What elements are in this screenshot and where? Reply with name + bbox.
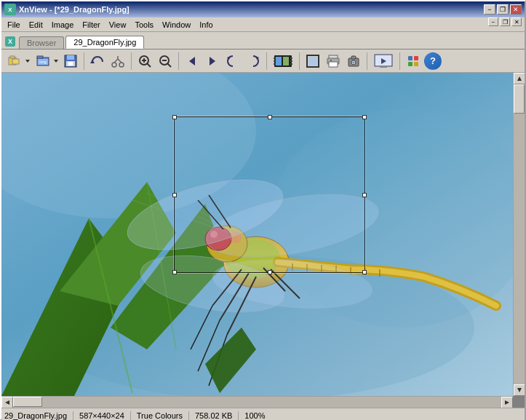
minimize-button[interactable]: − (484, 4, 495, 15)
save-button[interactable] (61, 52, 80, 71)
browse-dropdown[interactable] (52, 52, 60, 71)
svg-line-28 (167, 63, 171, 67)
scrollbar-up-button[interactable] (514, 73, 525, 84)
svg-line-24 (147, 63, 151, 67)
svg-rect-5 (10, 56, 15, 58)
svg-rect-60 (414, 62, 418, 66)
tab-image[interactable]: 29_DragonFly.jpg (65, 36, 144, 49)
scrollbar-thumb-v[interactable] (514, 84, 525, 114)
svg-rect-39 (274, 63, 276, 65)
capture-button[interactable] (344, 52, 363, 71)
scrollbar-vertical[interactable] (513, 73, 525, 396)
xnview-logo: X (4, 36, 16, 47)
open-button[interactable] (5, 52, 24, 71)
svg-rect-41 (290, 60, 292, 62)
zoom-out-button[interactable] (156, 52, 175, 71)
status-color-mode: True Colours (137, 411, 189, 420)
svg-marker-31 (210, 57, 215, 66)
scrollbar-track-v[interactable] (514, 84, 525, 384)
svg-rect-52 (351, 56, 356, 59)
separator-1 (84, 52, 84, 70)
menu-window[interactable]: Window (158, 19, 195, 31)
outer-close-button[interactable]: ✕ (511, 17, 522, 26)
scrollbar-track-h[interactable] (13, 397, 501, 408)
menu-edit[interactable]: Edit (25, 19, 47, 31)
browse-button[interactable]: img (33, 52, 52, 71)
svg-rect-58 (414, 56, 418, 60)
svg-rect-37 (274, 58, 276, 59)
svg-rect-44 (308, 57, 317, 66)
app-icon: X (4, 4, 16, 15)
svg-marker-30 (189, 57, 195, 66)
svg-rect-38 (274, 60, 276, 62)
scrollbar-down-button[interactable] (514, 384, 525, 396)
image-canvas[interactable] (1, 73, 513, 396)
tab-bar: X Browser 29_DragonFly.jpg (1, 32, 525, 49)
separator-6 (367, 52, 367, 70)
cut-button[interactable] (108, 52, 127, 71)
undo-button[interactable] (88, 52, 107, 71)
menu-tools[interactable]: Tools (130, 19, 158, 31)
menu-view[interactable]: View (105, 19, 131, 31)
zoom-in-button[interactable] (135, 52, 154, 71)
scrollbar-thumb-h[interactable] (13, 397, 42, 407)
svg-rect-55 (380, 66, 387, 68)
main-area (1, 73, 525, 408)
status-dimensions: 587×440×24 (79, 411, 131, 420)
settings-button[interactable] (404, 52, 423, 71)
rotate-ccw-button[interactable] (223, 52, 242, 71)
next-button[interactable] (203, 52, 222, 71)
svg-rect-47 (329, 62, 338, 67)
open-button-group (4, 51, 32, 71)
svg-marker-97 (517, 76, 522, 81)
filmstrip-button[interactable] (271, 52, 295, 71)
menu-info[interactable]: Info (195, 19, 217, 31)
status-zoom: 100% (244, 411, 271, 420)
svg-rect-14 (67, 55, 74, 60)
svg-rect-59 (408, 62, 413, 66)
svg-rect-40 (290, 58, 292, 59)
menu-bar: File Edit Image Filter View Tools Window… (1, 17, 525, 32)
status-filename: 29_DragonFly.jpg (4, 411, 73, 420)
title-bar: X XnView - [*29_DragonFly.jpg] − ❐ ✕ (1, 1, 525, 17)
slideshow-button[interactable] (371, 52, 396, 71)
close-button[interactable]: ✕ (510, 4, 522, 15)
dragonfly-svg (1, 73, 513, 396)
tab-browser[interactable]: Browser (19, 36, 64, 49)
svg-marker-17 (90, 60, 95, 63)
svg-marker-100 (505, 400, 509, 405)
svg-line-20 (114, 59, 118, 63)
prev-button[interactable] (183, 52, 202, 71)
separator-7 (399, 52, 400, 70)
menu-file[interactable]: File (3, 19, 25, 31)
svg-marker-7 (25, 60, 30, 63)
outer-restore-button[interactable]: ❐ (500, 17, 510, 26)
menu-filter[interactable]: Filter (78, 19, 104, 31)
scrollbar-horizontal[interactable] (1, 396, 513, 408)
print-button[interactable] (324, 52, 343, 71)
svg-text:X: X (8, 38, 12, 45)
restore-button[interactable]: ❐ (497, 4, 509, 15)
status-bar: 29_DragonFly.jpg 587×440×24 True Colours… (1, 408, 525, 420)
svg-rect-6 (12, 59, 19, 64)
svg-rect-9 (37, 56, 43, 58)
menu-image[interactable]: Image (47, 19, 79, 31)
svg-text:img: img (39, 60, 47, 64)
rotate-cw-button[interactable] (244, 52, 263, 71)
scrollbar-left-button[interactable] (1, 397, 13, 408)
svg-marker-98 (517, 388, 522, 392)
outer-minimize-button[interactable]: − (488, 17, 498, 26)
browse-button-group: img (33, 52, 60, 71)
scrollbar-right-button[interactable] (501, 397, 513, 408)
help-button[interactable]: ? (424, 52, 442, 70)
svg-rect-36 (283, 57, 289, 66)
title-bar-controls: − ❐ ✕ (484, 4, 522, 15)
svg-rect-57 (408, 56, 413, 60)
svg-point-19 (119, 63, 124, 67)
svg-point-18 (112, 63, 116, 67)
fullscreen-button[interactable] (303, 52, 322, 71)
window-title: XnView - [*29_DragonFly.jpg] (19, 5, 129, 14)
open-dropdown[interactable] (24, 52, 31, 71)
status-file-size: 758.02 KB (195, 411, 239, 420)
svg-rect-48 (330, 60, 332, 61)
